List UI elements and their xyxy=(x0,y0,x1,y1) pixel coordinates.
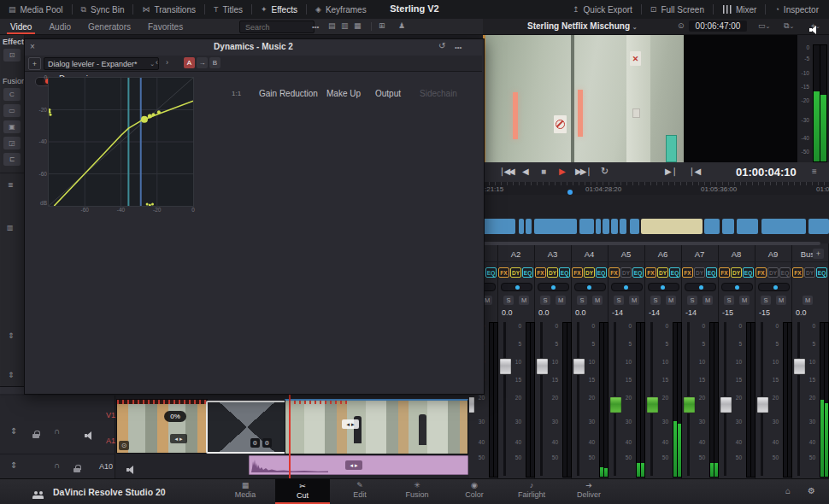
pan-slider[interactable] xyxy=(685,283,716,291)
mute-button[interactable]: M xyxy=(592,296,603,305)
retime-icon[interactable]: ◂ ▸ xyxy=(170,434,187,443)
retime-icon[interactable]: ◂ ▸ xyxy=(345,460,362,470)
eq-badge[interactable]: EQ xyxy=(669,267,680,278)
fader-value[interactable]: 0.0 xyxy=(502,308,513,317)
gear-icon[interactable]: ⚙ xyxy=(808,486,815,495)
page-edit[interactable]: ✎Edit xyxy=(332,478,387,502)
dy-badge[interactable]: DY xyxy=(694,267,705,278)
strip-name[interactable]: A3 xyxy=(534,248,571,262)
fader-value[interactable]: 0.0 xyxy=(538,308,550,317)
pan-slider[interactable] xyxy=(648,283,679,291)
fx-badge[interactable]: FX xyxy=(645,267,656,278)
eq-badge[interactable]: EQ xyxy=(596,267,607,278)
mute-button[interactable]: M xyxy=(556,296,566,305)
fader-handle[interactable] xyxy=(536,358,549,375)
dy-badge[interactable]: DY xyxy=(620,267,632,278)
mute-button[interactable]: M xyxy=(519,296,529,305)
people-filter-icon[interactable]: ♟ xyxy=(398,21,405,30)
track-move-icon[interactable]: ⇕ xyxy=(10,426,17,436)
strip-name[interactable]: A5 xyxy=(608,248,644,262)
transition-gear-icon[interactable]: ⚙ xyxy=(262,438,272,448)
pan-slider[interactable] xyxy=(501,283,532,291)
more-options-icon[interactable]: ••• xyxy=(312,23,319,31)
eq-badge[interactable]: EQ xyxy=(743,267,754,278)
solo-button[interactable]: S xyxy=(540,296,550,305)
pan-slider[interactable] xyxy=(574,283,606,291)
strip-name[interactable]: A7 xyxy=(681,248,718,262)
compare-a-button[interactable]: A xyxy=(184,57,195,68)
clip-video-1[interactable]: 0% ◂ ▸ ⊙ xyxy=(116,399,208,454)
track-lock-icon[interactable] xyxy=(73,465,81,473)
strip-name[interactable]: A2 xyxy=(497,248,534,262)
timeline-playhead[interactable] xyxy=(289,387,291,479)
fader-handle[interactable] xyxy=(646,396,659,413)
fader-handle[interactable] xyxy=(756,396,769,413)
fx-badge[interactable]: FX xyxy=(792,267,803,278)
dy-badge[interactable]: DY xyxy=(584,267,595,278)
filmstrip-tool-icon[interactable]: ▥ xyxy=(7,224,14,231)
camera-icon[interactable]: ⊙ xyxy=(119,441,129,450)
tab-video[interactable]: Video xyxy=(7,19,35,34)
page-fusion[interactable]: ✳Fusion xyxy=(390,478,444,502)
solo-button[interactable]: S xyxy=(614,296,624,305)
toolbar-full-screen-button[interactable]: ⊡Full Screen xyxy=(642,0,713,19)
mute-button[interactable]: M xyxy=(629,296,639,305)
effect-tile[interactable]: ⊏ xyxy=(3,153,21,166)
page-color[interactable]: ◉Color xyxy=(447,478,502,502)
pan-slider[interactable] xyxy=(611,283,643,291)
effect-tile[interactable]: ▭ xyxy=(3,104,21,117)
prev-preset-button[interactable]: ‹ xyxy=(156,58,158,67)
page-fairlight[interactable]: ♪Fairlight xyxy=(504,478,559,502)
transfer-curve-graph[interactable] xyxy=(49,78,193,206)
strip-name[interactable]: A4 xyxy=(571,248,608,262)
transition-clip[interactable]: ⚙ ⚙ xyxy=(206,401,288,454)
timeline-options-icon[interactable]: ≡ xyxy=(812,167,817,176)
window-options-icon[interactable]: ••• xyxy=(455,44,462,51)
toolbar-keyframes-button[interactable]: ◈Keyframes xyxy=(307,0,375,19)
timeline-overview[interactable] xyxy=(483,195,829,243)
tab-generators[interactable]: Generators xyxy=(85,19,134,34)
dy-badge[interactable]: DY xyxy=(731,267,742,278)
compare-arrow-button[interactable]: → xyxy=(197,57,208,68)
fx-badge[interactable]: FX xyxy=(682,267,693,278)
fx-badge[interactable]: FX xyxy=(535,267,546,278)
toolbar-transitions-button[interactable]: ⋈Transitions xyxy=(133,0,204,19)
toolbar-quick-export-button[interactable]: ↥Quick Export xyxy=(564,0,641,19)
track-lock-icon[interactable] xyxy=(32,431,40,439)
toolbar-mixer-button[interactable]: Mixer xyxy=(714,0,765,19)
skip-start-button[interactable]: ❘◀◀ xyxy=(498,167,514,176)
play-button[interactable]: ▶ xyxy=(559,167,566,176)
view-strip-icon[interactable]: ▥ xyxy=(341,21,349,30)
track-monitor-icon[interactable]: ∩ xyxy=(54,460,60,470)
add-preset-button[interactable]: + xyxy=(28,57,41,70)
tab-audio[interactable]: Audio xyxy=(45,19,74,34)
view-thumb-icon[interactable]: ▤ xyxy=(328,21,336,30)
solo-button[interactable]: S xyxy=(650,296,661,305)
solo-button[interactable]: S xyxy=(503,296,514,305)
dy-badge[interactable]: DY xyxy=(767,267,779,278)
eq-badge[interactable]: EQ xyxy=(779,267,791,278)
viewer-speaker-icon[interactable] xyxy=(809,26,819,34)
track-resize-icon[interactable]: ⇕ xyxy=(8,331,15,340)
fast-forward-button[interactable]: ▶▶❘ xyxy=(575,167,591,176)
toolbar-sync-bin-button[interactable]: ⧉Sync Bin xyxy=(73,0,133,19)
track-speaker-icon[interactable] xyxy=(85,431,94,440)
pan-slider[interactable] xyxy=(538,283,569,291)
page-cut[interactable]: ✂Cut xyxy=(275,478,330,504)
track-speaker-icon[interactable] xyxy=(126,466,136,474)
eq-badge[interactable]: EQ xyxy=(522,267,533,278)
fader-value[interactable]: -15 xyxy=(759,308,770,317)
transport-timecode[interactable]: 01:00:04:10 xyxy=(736,166,797,179)
page-deliver[interactable]: ➔Deliver xyxy=(561,478,616,502)
multicam-dropdown-icon[interactable]: ⧉⌄ xyxy=(784,21,794,31)
toolbar-titles-button[interactable]: TTitles xyxy=(205,0,251,19)
fader-value[interactable]: 0.0 xyxy=(796,308,807,317)
strip-name[interactable]: A8 xyxy=(718,248,755,262)
next-edit-button[interactable]: ▶❘ xyxy=(665,167,677,176)
timeline-ruler[interactable]: :21:1501:04:28:2001:05:36:0001:0 xyxy=(483,182,829,196)
toolbar-inspector-button[interactable]: ◔Inspector xyxy=(766,0,827,19)
effect-tile[interactable]: ◲ xyxy=(3,137,21,149)
compare-b-button[interactable]: B xyxy=(209,57,220,68)
fader-handle[interactable] xyxy=(793,358,806,375)
prev-edit-button[interactable]: ❘◀ xyxy=(688,167,700,176)
